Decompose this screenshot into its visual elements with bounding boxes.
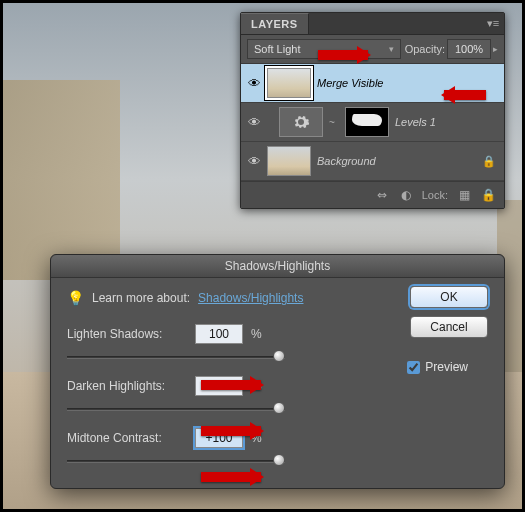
dialog-title: Shadows/Highlights <box>51 255 504 278</box>
layer-name: Merge Visible <box>317 77 498 89</box>
annotation-arrow <box>201 426 261 436</box>
layer-name: Background <box>317 155 474 167</box>
shadows-highlights-dialog: Shadows/Highlights 💡 Learn more about: S… <box>50 254 505 489</box>
layer-thumb[interactable] <box>267 146 311 176</box>
lock-label: Lock: <box>422 189 448 201</box>
ok-button[interactable]: OK <box>410 286 488 308</box>
adjustment-thumb[interactable] <box>279 107 323 137</box>
lighten-shadows-field[interactable]: 100 <box>195 324 243 344</box>
annotation-arrow <box>201 380 261 390</box>
layers-tab[interactable]: LAYERS <box>241 13 309 34</box>
panel-menu-icon[interactable]: ▾≡ <box>482 17 504 30</box>
midtone-contrast-row: Midtone Contrast: +100 % <box>67 428 488 448</box>
eye-icon[interactable]: 👁 <box>247 76 261 91</box>
unit: % <box>251 327 262 341</box>
layers-footer: ⇔ ◐ Lock: ▦ 🔒 <box>241 181 504 208</box>
preview-checkbox[interactable]: Preview <box>407 360 468 374</box>
layers-tab-bar: LAYERS ▾≡ <box>241 13 504 35</box>
layer-row-levels[interactable]: 👁 ~ Levels 1 <box>241 103 504 142</box>
cancel-button[interactable]: Cancel <box>410 316 488 338</box>
layer-row-background[interactable]: 👁 Background 🔒 <box>241 142 504 181</box>
layer-thumb[interactable] <box>267 68 311 98</box>
darken-highlights-label: Darken Highlights: <box>67 379 187 393</box>
mask-thumb[interactable] <box>345 107 389 137</box>
opacity-field[interactable]: 100% <box>447 39 491 59</box>
eye-icon[interactable]: 👁 <box>247 115 261 130</box>
darken-highlights-row: Darken Highlights: 100 % <box>67 376 488 396</box>
link-icon: ~ <box>329 117 339 128</box>
lock-icon: 🔒 <box>480 155 498 168</box>
midtone-contrast-label: Midtone Contrast: <box>67 431 187 445</box>
opacity-chevron-icon[interactable]: ▸ <box>493 44 498 54</box>
annotation-arrow <box>201 472 261 482</box>
fx-icon[interactable]: ◐ <box>398 187 414 203</box>
link-layers-icon[interactable]: ⇔ <box>374 187 390 203</box>
annotation-arrow <box>318 50 368 60</box>
learn-more-prefix: Learn more about: <box>92 291 190 305</box>
background-art-left <box>0 80 120 280</box>
lighten-shadows-label: Lighten Shadows: <box>67 327 187 341</box>
blend-mode-value: Soft Light <box>254 43 300 55</box>
layers-panel: LAYERS ▾≡ Soft Light Opacity: 100% ▸ 👁 M… <box>240 12 505 209</box>
lightbulb-icon: 💡 <box>67 290 84 306</box>
learn-more-link[interactable]: Shadows/Highlights <box>198 291 303 305</box>
lighten-shadows-slider[interactable] <box>67 348 285 366</box>
eye-icon[interactable]: 👁 <box>247 154 261 169</box>
lock-all-icon[interactable]: 🔒 <box>480 187 496 203</box>
lock-pixels-icon[interactable]: ▦ <box>456 187 472 203</box>
opacity-label: Opacity: <box>405 43 445 55</box>
layer-name: Levels 1 <box>395 116 498 128</box>
annotation-arrow <box>444 90 486 100</box>
darken-highlights-slider[interactable] <box>67 400 285 418</box>
preview-checkbox-input[interactable] <box>407 361 420 374</box>
